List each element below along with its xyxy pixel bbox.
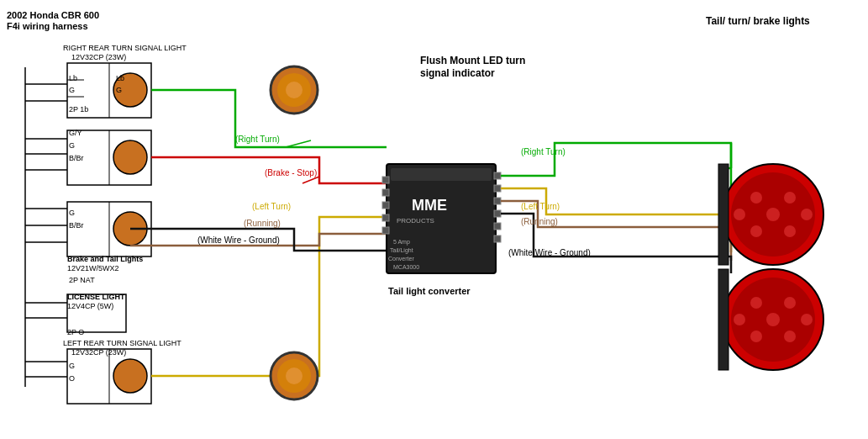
svg-rect-36: [382, 177, 389, 183]
svg-point-54: [801, 209, 813, 220]
svg-rect-33: [494, 210, 501, 217]
title-line2: F4i wiring harness: [7, 21, 88, 31]
svg-text:Tail/Light: Tail/Light: [390, 247, 413, 254]
svg-point-50: [750, 192, 762, 204]
svg-point-51: [784, 192, 796, 204]
wire-g5: G: [116, 86, 122, 94]
wire-gy: G/Y: [69, 129, 82, 137]
svg-point-64: [734, 314, 745, 325]
svg-text:MCA3000: MCA3000: [393, 264, 419, 270]
flush-mount-label2: signal indicator: [420, 67, 495, 79]
brake-tail-label: Brake and Tail Lights: [67, 255, 143, 263]
svg-point-62: [784, 331, 796, 342]
connector-2p1b: 2P 1b: [69, 105, 88, 114]
svg-text:MME: MME: [412, 197, 447, 214]
svg-point-52: [750, 225, 762, 237]
svg-rect-38: [382, 202, 389, 209]
wire-g2: G: [69, 141, 75, 150]
wire-g1: G: [69, 86, 75, 94]
tail-turn-brake-label: Tail/ turn/ brake lights: [706, 15, 810, 27]
left-turn-label2: (Left Turn): [521, 202, 560, 211]
svg-rect-31: [494, 185, 501, 192]
svg-rect-35: [494, 235, 501, 242]
left-rear-turn-label: LEFT REAR TURN SIGNAL LIGHT: [63, 339, 181, 347]
svg-rect-39: [382, 214, 389, 221]
wire-g4: G: [69, 362, 75, 370]
svg-rect-37: [382, 189, 389, 196]
connector-2p-o: 2P O: [67, 328, 84, 336]
right-turn-label1: (Right Turn): [235, 135, 280, 144]
svg-point-58: [766, 313, 780, 326]
svg-rect-32: [494, 198, 501, 204]
right-rear-turn-spec: 12V32CP (23W): [71, 53, 126, 61]
wire-bbr2: B/Br: [69, 221, 84, 230]
running-label2: (Running): [521, 217, 558, 226]
left-turn-label1: (Left Turn): [252, 202, 291, 211]
left-rear-turn-spec: 12V32CP (23W): [71, 348, 126, 357]
right-rear-turn-label: RIGHT REAR TURN SIGNAL LIGHT: [63, 44, 187, 52]
svg-text:PRODUCTS: PRODUCTS: [397, 217, 434, 225]
flush-mount-label1: Flush Mount LED turn: [420, 55, 525, 66]
svg-rect-68: [718, 269, 729, 370]
wire-g3: G: [69, 209, 75, 217]
svg-point-63: [801, 314, 813, 325]
connector-2p-nat: 2P NAT: [69, 276, 95, 284]
white-ground-label2: (White Wire - Ground): [508, 248, 591, 257]
svg-text:5 Amp: 5 Amp: [393, 239, 410, 246]
svg-rect-67: [718, 164, 729, 265]
svg-point-53: [784, 225, 796, 237]
svg-rect-40: [382, 227, 389, 234]
wire-lb1: Lb: [69, 74, 77, 82]
svg-point-49: [766, 208, 780, 221]
title-line1: 2002 Honda CBR 600: [7, 10, 99, 20]
wiring-diagram: MME PRODUCTS 5 Amp Tail/Light Converter …: [0, 0, 868, 439]
license-spec: 12V4CP (5W): [67, 302, 113, 310]
svg-point-61: [750, 331, 762, 342]
wire-bbr: B/Br: [69, 154, 84, 162]
right-turn-label2: (Right Turn): [521, 147, 566, 156]
svg-line-76: [302, 177, 319, 183]
wire-o: O: [69, 374, 75, 383]
running-label1: (Running): [244, 219, 281, 228]
svg-point-55: [734, 209, 745, 220]
license-label: LICENSE LIGHT: [67, 293, 125, 301]
svg-point-74: [286, 368, 302, 384]
svg-rect-30: [494, 172, 501, 179]
tail-light-converter-label: Tail light converter: [388, 286, 471, 296]
white-ground-label1: (White Wire - Ground): [197, 235, 280, 245]
brake-stop-label: (Brake - Stop): [265, 168, 317, 177]
svg-rect-34: [494, 223, 501, 230]
svg-rect-29: [391, 168, 492, 181]
svg-point-60: [784, 297, 796, 309]
svg-text:Converter: Converter: [388, 256, 414, 262]
svg-point-27: [113, 359, 147, 393]
svg-point-20: [113, 140, 147, 174]
svg-point-71: [286, 82, 302, 98]
wire-lb2: Lb: [116, 74, 124, 82]
brake-tail-spec: 12V21W/5WX2: [67, 264, 119, 272]
svg-point-59: [750, 297, 762, 309]
